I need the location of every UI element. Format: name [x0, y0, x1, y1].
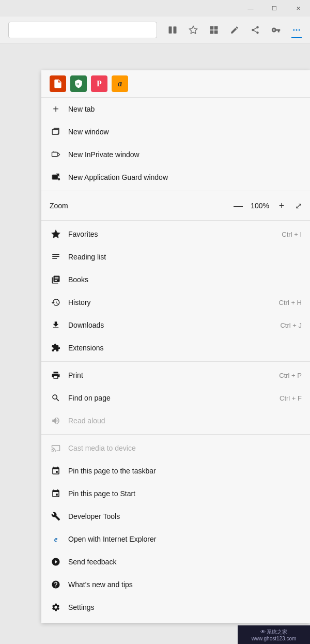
pin-start-icon — [50, 487, 62, 500]
menu-item-pin-taskbar[interactable]: Pin this page to the taskbar — [41, 459, 310, 482]
devtools-icon — [50, 510, 62, 523]
reading-view-icon[interactable] — [163, 21, 182, 39]
menu-item-inprivate[interactable]: New InPrivate window — [41, 143, 310, 166]
menu-item-new-tab[interactable]: + New tab — [41, 98, 310, 120]
menu-item-books[interactable]: Books — [41, 268, 310, 291]
svg-point-9 — [299, 29, 300, 30]
menu-item-whats-new[interactable]: What's new and tips — [41, 573, 310, 596]
reading-list-icon — [50, 251, 62, 263]
extension-office-icon[interactable] — [50, 75, 66, 92]
divider-3 — [41, 361, 310, 362]
menu-item-extensions[interactable]: Extensions — [41, 336, 310, 359]
menu-item-devtools[interactable]: Developer Tools — [41, 505, 310, 528]
cast-icon — [50, 442, 62, 454]
extension-amazon-icon[interactable]: a — [112, 75, 128, 92]
new-window-icon — [50, 126, 62, 138]
books-icon — [50, 273, 62, 286]
svg-rect-4 — [214, 26, 218, 29]
zoom-expand-icon[interactable]: ⤢ — [295, 201, 302, 211]
menu-item-favorites-label: Favorites — [68, 230, 282, 238]
svg-point-8 — [296, 29, 298, 30]
svg-marker-2 — [190, 26, 197, 33]
zoom-label: Zoom — [50, 202, 231, 210]
menu-item-read-aloud: Read aloud — [41, 409, 310, 432]
close-button[interactable]: ✕ — [286, 0, 310, 17]
history-icon — [50, 296, 62, 309]
watermark: 👁 系统之家 www.ghost123.com — [238, 625, 310, 644]
menu-item-send-feedback[interactable]: Send feedback — [41, 550, 310, 573]
svg-rect-19 — [52, 256, 59, 257]
menu-item-pin-start[interactable]: Pin this page to Start — [41, 482, 310, 505]
whats-new-icon — [50, 578, 62, 591]
menu-item-print[interactable]: Print Ctrl + P — [41, 364, 310, 387]
menu-item-print-label: Print — [68, 371, 279, 379]
divider-1 — [41, 191, 310, 191]
zoom-row: Zoom — 100% + ⤢ — [41, 193, 310, 218]
menu-item-appguard[interactable]: New Application Guard window — [41, 166, 310, 189]
title-bar: — ☐ ✕ — [0, 0, 310, 17]
zoom-controls: — 100% + ⤢ — [231, 198, 302, 213]
menu-item-new-window[interactable]: New window — [41, 120, 310, 143]
menu-item-history[interactable]: History Ctrl + H — [41, 291, 310, 314]
extension-shield-icon[interactable]: u — [70, 75, 87, 92]
menu-item-downloads-label: Downloads — [68, 321, 280, 329]
more-options-icon[interactable] — [287, 21, 306, 39]
svg-rect-15 — [52, 175, 58, 179]
browser-window: — ☐ ✕ — [0, 0, 310, 644]
menu-item-pin-taskbar-label: Pin this page to the taskbar — [68, 467, 302, 475]
content-area: u P a + New tab New window New In — [0, 43, 310, 644]
menu-item-appguard-label: New Application Guard window — [68, 173, 302, 181]
menu-item-settings[interactable]: Settings — [41, 596, 310, 619]
svg-rect-20 — [52, 258, 57, 259]
menu-item-feedback-label: Send feedback — [68, 558, 302, 566]
feedback-icon — [50, 556, 62, 568]
menu-item-reading-list-label: Reading list — [68, 253, 302, 261]
extension-icons-row: u P a — [41, 70, 310, 98]
menu-item-extensions-label: Extensions — [68, 344, 302, 352]
svg-text:u: u — [76, 82, 79, 86]
menu-item-favorites[interactable]: Favorites Ctrl + I — [41, 223, 310, 246]
menu-item-find[interactable]: Find on page Ctrl + F — [41, 387, 310, 409]
collections-icon[interactable] — [205, 21, 223, 39]
watermark-line1: 👁 系统之家 — [260, 629, 288, 635]
svg-rect-6 — [214, 30, 218, 34]
menu-item-reading-list[interactable]: Reading list — [41, 246, 310, 268]
zoom-minus-button[interactable]: — — [231, 198, 245, 213]
menu-item-cast-label: Cast media to device — [68, 444, 302, 452]
share-icon[interactable] — [246, 21, 265, 39]
minimize-button[interactable]: — — [239, 0, 262, 17]
menu-item-pin-start-label: Pin this page to Start — [68, 489, 302, 498]
menu-item-history-label: History — [68, 298, 279, 306]
svg-marker-17 — [52, 231, 60, 238]
zoom-value: 100% — [250, 202, 270, 210]
favorites-menu-icon — [50, 228, 62, 240]
svg-rect-18 — [52, 254, 59, 255]
menu-item-open-ie-label: Open with Internet Explorer — [68, 535, 302, 543]
inprivate-icon — [50, 148, 62, 161]
internet-explorer-icon: e — [50, 533, 62, 545]
menu-panel: u P a + New tab New window New In — [41, 70, 310, 623]
menu-item-new-window-label: New window — [68, 128, 302, 136]
print-icon — [50, 369, 62, 381]
extension-pocket-icon[interactable]: P — [91, 75, 107, 92]
watermark-line2: www.ghost123.com — [252, 636, 297, 641]
maximize-button[interactable]: ☐ — [262, 0, 286, 17]
menu-item-read-aloud-label: Read aloud — [68, 417, 302, 425]
favorites-icon[interactable] — [184, 21, 203, 39]
menu-item-whats-new-label: What's new and tips — [68, 580, 302, 589]
menu-item-cast: Cast media to device — [41, 437, 310, 459]
menu-item-downloads[interactable]: Downloads Ctrl + J — [41, 314, 310, 336]
menu-item-new-tab-label: New tab — [68, 105, 302, 113]
zoom-plus-button[interactable]: + — [274, 198, 289, 213]
menu-item-books-label: Books — [68, 275, 302, 284]
settings-icon — [50, 601, 62, 614]
svg-rect-11 — [52, 130, 58, 135]
read-aloud-icon — [50, 415, 62, 427]
downloads-icon — [50, 319, 62, 331]
history-shortcut: Ctrl + H — [279, 299, 302, 306]
pin-taskbar-icon — [50, 465, 62, 477]
web-note-icon[interactable] — [225, 21, 244, 39]
menu-item-open-ie[interactable]: e Open with Internet Explorer — [41, 528, 310, 550]
downloads-shortcut: Ctrl + J — [280, 321, 302, 329]
keychain-icon[interactable] — [267, 21, 285, 39]
